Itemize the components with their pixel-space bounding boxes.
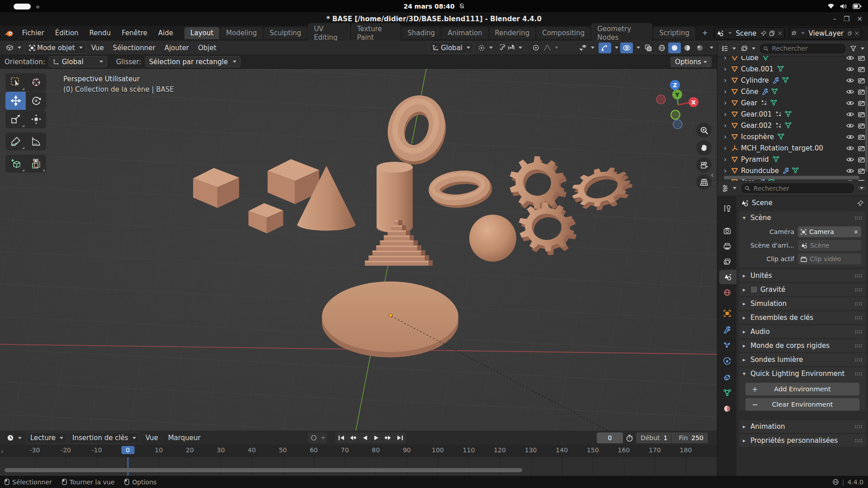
hide-eye-icon[interactable] — [846, 112, 854, 117]
play-button[interactable] — [371, 432, 382, 443]
ruler-tick[interactable]: 50 — [279, 446, 287, 454]
panel-grip[interactable] — [854, 288, 862, 291]
outliner-search[interactable] — [759, 43, 846, 54]
axis-minus-x[interactable] — [656, 95, 665, 104]
panel-grip[interactable] — [854, 274, 862, 277]
disable-render-icon[interactable] — [858, 145, 865, 151]
outliner-display-mode[interactable] — [740, 44, 757, 53]
add-environment-button[interactable]: + Add Environment — [745, 383, 859, 395]
hide-eye-icon[interactable] — [846, 78, 854, 83]
blender-logo-icon[interactable] — [5, 29, 14, 38]
show-overlays-toggle[interactable] — [620, 42, 633, 53]
panel-grip[interactable] — [854, 358, 862, 361]
ruler-tick[interactable]: -10 — [92, 446, 102, 454]
ruler-tick[interactable]: 170 — [649, 446, 661, 454]
ruler-tick[interactable]: 90 — [403, 446, 411, 454]
collapsed-panel[interactable]: ▸ Simulation — [739, 297, 866, 310]
properties-tab-material[interactable] — [717, 401, 736, 416]
disable-render-icon[interactable] — [858, 156, 865, 163]
add-workspace-button[interactable]: + — [696, 27, 714, 39]
outliner-row[interactable]: › Icosphère — [717, 131, 868, 142]
os-clock[interactable]: 24 mars 08:40 — [0, 0, 868, 12]
properties-tab-object[interactable] — [717, 306, 736, 320]
workspace-tab[interactable]: Layout — [184, 27, 219, 39]
collapsed-panel[interactable]: ▸ Audio — [739, 325, 866, 338]
ruler-tick[interactable]: 110 — [463, 446, 475, 454]
properties-tab-scene[interactable] — [719, 270, 736, 284]
panel-grip[interactable] — [854, 316, 862, 319]
show-gizmos-toggle[interactable] — [599, 42, 611, 53]
pan-hand-button[interactable] — [696, 140, 712, 155]
ruler-tick[interactable]: 100 — [432, 446, 444, 454]
tool-cursor[interactable] — [26, 73, 46, 91]
panel-grip[interactable] — [854, 344, 862, 347]
shading-solid-button[interactable] — [668, 42, 681, 53]
tool-boolean-cut[interactable] — [26, 155, 46, 173]
end-frame-value[interactable]: 250 — [691, 434, 703, 441]
properties-editor-selector[interactable] — [720, 184, 738, 193]
object-name[interactable]: Pyramid — [741, 155, 769, 164]
disable-render-icon[interactable] — [858, 111, 865, 117]
workspace-tab[interactable]: Compositing — [536, 27, 590, 39]
object-name[interactable]: Cône — [741, 88, 758, 96]
scene-selector[interactable]: Scene ✕ — [714, 27, 785, 39]
timeline-tracks[interactable] — [0, 457, 717, 476]
properties-search-input[interactable] — [753, 184, 851, 192]
disable-render-icon[interactable] — [858, 134, 865, 140]
object-name[interactable]: Cube.001 — [741, 65, 774, 73]
ruler-tick[interactable]: 30 — [217, 446, 225, 454]
jump-to-start-button[interactable] — [335, 432, 347, 443]
unlink-scene-icon[interactable]: ✕ — [777, 30, 783, 37]
ruler-tick[interactable]: 160 — [618, 446, 630, 454]
options-button[interactable]: Options — [670, 56, 712, 67]
ruler-tick[interactable]: 40 — [248, 446, 256, 454]
collapsed-panel[interactable]: ▸ Unités — [739, 269, 866, 282]
camera-field[interactable]: Camera ✕ — [798, 226, 861, 237]
workspace-tab[interactable]: Scripting — [653, 27, 695, 39]
tool-select-box[interactable] — [5, 73, 26, 91]
ruler-tick[interactable]: 60 — [310, 446, 318, 454]
disable-render-icon[interactable] — [858, 168, 865, 174]
panel-grip[interactable] — [854, 372, 862, 375]
pin-icon[interactable] — [857, 200, 864, 206]
region-collapse-chevron[interactable]: ‹ — [711, 170, 714, 179]
mode-selector[interactable]: Mode objet — [25, 42, 86, 54]
keying-menu[interactable]: Insertion de clés — [69, 432, 140, 444]
camera-view-button[interactable] — [696, 157, 712, 173]
ruler-tick[interactable]: 130 — [525, 446, 537, 454]
outliner-horizontal-scrollbar[interactable] — [724, 176, 859, 179]
viewlayer-selector[interactable]: ViewLayer ✕ — [789, 27, 862, 39]
transform-orientation-selector[interactable]: Global — [429, 42, 474, 54]
ruler-tick[interactable]: 150 — [587, 446, 599, 454]
minimize-button[interactable]: – — [833, 15, 836, 23]
use-preview-range-icon[interactable] — [626, 434, 633, 442]
object-name[interactable]: Roundcube — [741, 167, 779, 175]
object-name[interactable]: Gear — [741, 99, 757, 107]
timeline-marker-menu[interactable]: Marqueur — [164, 434, 205, 442]
hide-eye-icon[interactable] — [846, 123, 854, 128]
viewport-menu[interactable]: Sélectionner — [109, 44, 160, 52]
outliner-row[interactable]: › Cylindre — [717, 75, 868, 86]
topbar-menu[interactable]: Fichier — [17, 26, 50, 41]
active-clip-field[interactable]: Clip vidéo — [798, 253, 861, 264]
object-name[interactable]: Gear.002 — [741, 122, 772, 130]
ruler-tick[interactable]: 120 — [494, 446, 506, 454]
toggle-perspective-button[interactable] — [696, 174, 712, 190]
panel-grip[interactable] — [854, 425, 862, 428]
expand-chevron-icon[interactable]: › — [724, 110, 728, 118]
current-frame-field[interactable]: 0 — [597, 432, 623, 443]
outliner-row[interactable]: › MCH_Rotation_target.00 — [717, 142, 868, 154]
properties-tab-output[interactable] — [717, 239, 736, 253]
expand-chevron-icon[interactable]: › — [724, 121, 728, 130]
new-viewlayer-icon[interactable] — [848, 30, 852, 36]
viewport-menu[interactable]: Vue — [87, 44, 108, 52]
collapsed-panel[interactable]: ▸ Gravité — [739, 283, 866, 296]
outliner-row[interactable]: › Roundcube — [717, 165, 868, 176]
play-reverse-button[interactable] — [359, 432, 370, 443]
playback-menu[interactable]: Lecture — [27, 432, 67, 444]
ruler-tick[interactable]: 80 — [372, 446, 380, 454]
topbar-menu[interactable]: Fenêtre — [116, 26, 153, 41]
disable-render-icon[interactable] — [858, 66, 865, 72]
hide-eye-icon[interactable] — [846, 100, 854, 106]
new-scene-icon[interactable] — [769, 30, 775, 36]
